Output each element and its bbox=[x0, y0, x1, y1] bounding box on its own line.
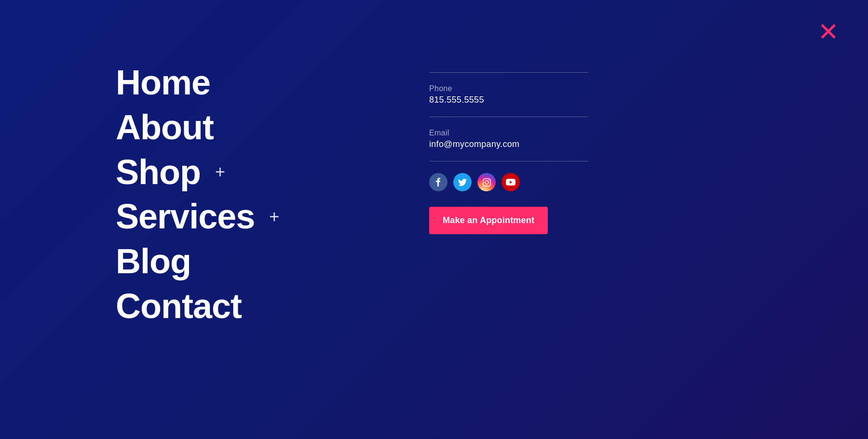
main-nav: Home About Shop + Services + Blog Contac… bbox=[116, 63, 279, 326]
nav-item-contact: Contact bbox=[116, 286, 279, 326]
nav-item-services: Services + bbox=[116, 197, 279, 237]
nav-link-services[interactable]: Services bbox=[116, 197, 255, 237]
nav-item-home: Home bbox=[116, 63, 279, 103]
social-icons-group bbox=[429, 173, 588, 191]
nav-link-blog[interactable]: Blog bbox=[116, 241, 191, 281]
email-section: Email info@mycompany.com bbox=[429, 129, 588, 149]
divider-mid bbox=[429, 117, 588, 117]
phone-label: Phone bbox=[429, 84, 588, 93]
phone-value: 815.555.5555 bbox=[429, 95, 588, 105]
nav-link-about[interactable]: About bbox=[116, 107, 214, 147]
nav-link-shop[interactable]: Shop bbox=[116, 152, 201, 192]
facebook-icon[interactable] bbox=[429, 173, 448, 191]
services-expand-icon[interactable]: + bbox=[269, 207, 279, 227]
nav-link-contact[interactable]: Contact bbox=[116, 286, 242, 326]
email-label: Email bbox=[429, 129, 588, 137]
overlay: ✕ Home About Shop + Services + Blog Cont… bbox=[0, 0, 868, 439]
make-appointment-button[interactable]: Make an Appointment bbox=[429, 207, 548, 234]
nav-item-blog: Blog bbox=[116, 241, 279, 281]
close-button[interactable]: ✕ bbox=[818, 19, 839, 44]
twitter-icon[interactable] bbox=[453, 173, 472, 191]
nav-item-shop: Shop + bbox=[116, 152, 279, 192]
nav-item-about: About bbox=[116, 107, 279, 147]
divider-bottom bbox=[429, 161, 588, 161]
phone-section: Phone 815.555.5555 bbox=[429, 84, 588, 105]
nav-link-home[interactable]: Home bbox=[116, 63, 210, 103]
shop-expand-icon[interactable]: + bbox=[215, 162, 225, 182]
contact-panel: Phone 815.555.5555 Email info@mycompany.… bbox=[429, 72, 588, 234]
email-value: info@mycompany.com bbox=[429, 139, 588, 149]
youtube-icon[interactable] bbox=[502, 173, 520, 191]
instagram-icon[interactable] bbox=[477, 173, 496, 191]
divider-top bbox=[429, 72, 588, 73]
